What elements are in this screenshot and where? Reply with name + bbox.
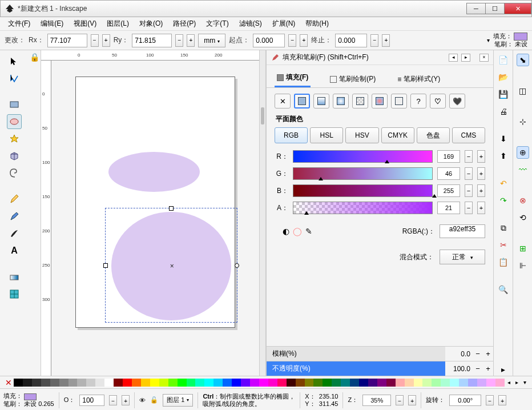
palette-swatch[interactable] bbox=[332, 379, 341, 387]
snap-enable-button[interactable]: ⬊ bbox=[517, 54, 529, 66]
last-color-icon[interactable]: ◯ bbox=[293, 227, 302, 236]
text-tool[interactable]: A bbox=[7, 243, 22, 258]
menu-object[interactable]: 对象(O) bbox=[135, 17, 167, 30]
palette-swatch[interactable] bbox=[305, 379, 314, 387]
zoom-input[interactable]: 35% bbox=[362, 395, 391, 406]
zoom-inc[interactable]: + bbox=[408, 395, 416, 405]
channel-a-slider[interactable] bbox=[293, 202, 433, 214]
layer-select[interactable]: 图层 1 bbox=[163, 394, 193, 407]
palette-scroll-left[interactable]: ◂ bbox=[505, 379, 513, 385]
opacity-slider[interactable]: 不透明度(%) bbox=[267, 361, 445, 376]
zoom-dec[interactable]: − bbox=[396, 395, 404, 405]
mode-cmyk-button[interactable]: CMYK bbox=[381, 127, 414, 143]
palette-swatch[interactable] bbox=[468, 379, 477, 387]
canvas[interactable]: × bbox=[51, 61, 259, 376]
palette-scroll-right[interactable]: ▸ bbox=[513, 379, 521, 385]
blur-value[interactable]: 0.0 bbox=[445, 350, 473, 358]
palette-swatch[interactable] bbox=[486, 379, 495, 387]
paste-button[interactable]: 📋 bbox=[497, 256, 510, 268]
palette-swatch[interactable] bbox=[422, 379, 432, 387]
opacity-value[interactable]: 100.0 bbox=[445, 365, 473, 373]
panel-resize-gutter[interactable] bbox=[259, 50, 266, 376]
snap-rotation-button[interactable]: ⟲ bbox=[517, 211, 529, 224]
palette-swatch[interactable] bbox=[341, 379, 350, 387]
palette-swatch[interactable] bbox=[495, 379, 505, 387]
pencil-tool[interactable] bbox=[7, 192, 22, 207]
canvas-area[interactable]: 050100150200 050100150200250300 × bbox=[41, 50, 259, 376]
palette-swatch[interactable] bbox=[32, 379, 41, 387]
end-increment[interactable]: + bbox=[382, 34, 390, 47]
end-decrement[interactable]: − bbox=[370, 34, 378, 47]
palette-swatch[interactable] bbox=[223, 379, 232, 387]
star-tool[interactable] bbox=[7, 131, 22, 146]
palette-swatch[interactable] bbox=[68, 379, 78, 387]
selector-tool[interactable] bbox=[7, 54, 22, 69]
paint-unknown-button[interactable]: ? bbox=[410, 94, 426, 108]
rotate-input[interactable]: 0.00° bbox=[449, 395, 481, 406]
paint-rgrad-button[interactable] bbox=[333, 94, 349, 108]
pen-tool[interactable] bbox=[7, 209, 22, 224]
menu-layer[interactable]: 图层(L) bbox=[102, 17, 134, 30]
mode-rgb-button[interactable]: RGB bbox=[275, 127, 308, 143]
channel-r-increment[interactable]: + bbox=[477, 150, 485, 163]
dock-fwd-button[interactable]: ▸ bbox=[461, 54, 470, 62]
undo-button[interactable]: ↶ bbox=[497, 177, 510, 190]
palette-swatch[interactable] bbox=[204, 379, 213, 387]
rectangle-tool[interactable] bbox=[7, 97, 22, 112]
rgba-input[interactable]: a92eff35 bbox=[440, 224, 485, 238]
palette-swatch[interactable] bbox=[350, 379, 359, 387]
more-commands-button[interactable]: ▸ bbox=[497, 363, 510, 376]
channel-g-increment[interactable]: + bbox=[477, 167, 485, 180]
selection-handle-top[interactable] bbox=[169, 206, 174, 211]
cut-button[interactable]: ✂ bbox=[497, 239, 510, 251]
redo-button[interactable]: ↷ bbox=[497, 194, 510, 207]
new-doc-button[interactable]: 📄 bbox=[497, 54, 510, 66]
tab-stroke-paint[interactable]: 笔刷绘制(P) bbox=[328, 71, 378, 87]
palette-swatch[interactable] bbox=[277, 379, 287, 387]
paint-flat-button[interactable] bbox=[294, 94, 310, 108]
zoom-fit-button[interactable]: 🔍 bbox=[497, 283, 510, 296]
palette-swatch[interactable] bbox=[187, 379, 196, 387]
palette-swatch[interactable] bbox=[323, 379, 332, 387]
palette-swatch[interactable] bbox=[368, 379, 377, 387]
palette-swatch[interactable] bbox=[241, 379, 250, 387]
opacity-increment[interactable]: + bbox=[483, 364, 493, 373]
layer-lock-icon[interactable]: 🔓 bbox=[150, 396, 158, 404]
channel-r-decrement[interactable]: − bbox=[465, 150, 473, 163]
ry-increment[interactable]: + bbox=[187, 34, 195, 47]
status-opacity-input[interactable]: 100 bbox=[79, 395, 104, 406]
ellipse-object-1[interactable] bbox=[108, 152, 200, 192]
palette-swatch[interactable] bbox=[95, 379, 104, 387]
paint-swatch-button[interactable] bbox=[391, 94, 407, 108]
channel-b-decrement[interactable]: − bbox=[465, 184, 473, 197]
mode-hsl-button[interactable]: HSL bbox=[310, 127, 343, 143]
palette-swatch[interactable] bbox=[313, 379, 323, 387]
palette-swatch[interactable] bbox=[232, 379, 241, 387]
channel-a-decrement[interactable]: − bbox=[465, 202, 473, 214]
tab-fill[interactable]: 填充(F) bbox=[275, 69, 311, 87]
dropdown-arrow-icon[interactable]: ▾ bbox=[487, 37, 490, 43]
palette-swatch[interactable] bbox=[287, 379, 296, 387]
mode-wheel-button[interactable]: 色盘 bbox=[417, 127, 450, 143]
palette-swatch[interactable] bbox=[459, 379, 468, 387]
palette-swatch[interactable] bbox=[50, 379, 59, 387]
palette-swatch[interactable] bbox=[114, 379, 123, 387]
status-opacity-inc[interactable]: + bbox=[122, 395, 130, 405]
paint-none-button[interactable]: ✕ bbox=[275, 94, 291, 108]
rotate-dec[interactable]: − bbox=[486, 395, 494, 405]
print-button[interactable]: 🖨 bbox=[497, 105, 510, 118]
palette-swatch[interactable] bbox=[178, 379, 187, 387]
window-maximize-button[interactable]: ☐ bbox=[485, 3, 505, 14]
palette-swatch[interactable] bbox=[168, 379, 178, 387]
channel-a-value[interactable]: 21 bbox=[437, 202, 460, 214]
palette-swatch[interactable] bbox=[268, 379, 277, 387]
palette-swatch[interactable] bbox=[86, 379, 95, 387]
rx-input[interactable]: 77.107 bbox=[47, 34, 87, 47]
start-increment[interactable]: + bbox=[300, 34, 308, 47]
palette-swatch[interactable] bbox=[414, 379, 423, 387]
window-close-button[interactable]: ✕ bbox=[504, 3, 531, 14]
ry-decrement[interactable]: − bbox=[175, 34, 183, 47]
palette-swatch[interactable] bbox=[213, 379, 223, 387]
snap-path-button[interactable]: 〰 bbox=[517, 163, 529, 176]
blend-mode-select[interactable]: 正常 bbox=[440, 250, 485, 264]
